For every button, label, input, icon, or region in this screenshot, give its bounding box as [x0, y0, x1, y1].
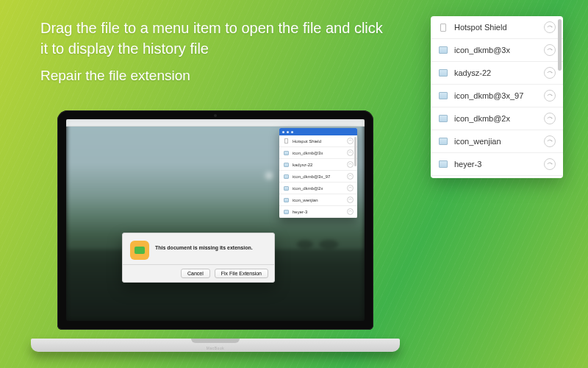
- list-item-label: icon_dkmb@3x: [289, 151, 347, 155]
- scrollbar[interactable]: [354, 137, 356, 166]
- list-item-label: icon_dkmb@3x_97: [289, 174, 347, 179]
- share-icon[interactable]: [347, 208, 354, 215]
- history-dropdown: Hotspot Shield icon_dkmb@3x kadysz-22 ic…: [279, 128, 357, 218]
- share-icon[interactable]: [347, 197, 354, 203]
- list-item-label: kadysz-22: [289, 163, 347, 167]
- list-item-label: Hotspot Shield: [448, 23, 544, 32]
- image-icon: [438, 115, 448, 122]
- fix-extension-button[interactable]: Fix File Extension: [215, 269, 268, 278]
- list-item-label: Hotspot Shield: [289, 139, 347, 144]
- list-item-label: icon_dkmb@2x: [448, 114, 544, 123]
- share-icon[interactable]: [347, 185, 354, 191]
- file-icon: [438, 24, 448, 32]
- list-item[interactable]: kadysz-22: [431, 62, 563, 85]
- share-icon[interactable]: [347, 138, 354, 144]
- history-panel: Hotspot Shield icon_dkmb@3x kadysz-22 ic…: [431, 16, 563, 178]
- dialog-message: This document is missing its extension.: [155, 241, 267, 250]
- list-item[interactable]: icon_wenjian: [279, 194, 357, 206]
- list-item-label: heyer-3: [289, 210, 347, 214]
- laptop-notch: [191, 339, 240, 343]
- image-icon: [283, 198, 289, 202]
- image-icon: [438, 69, 448, 77]
- file-icon: [283, 138, 289, 144]
- list-item[interactable]: icon_dkmb@2x: [279, 183, 357, 194]
- missing-extension-dialog: This document is missing its extension. …: [122, 233, 275, 283]
- list-item-label: kadysz-22: [448, 68, 544, 77]
- cancel-button[interactable]: Cancel: [181, 269, 210, 278]
- subheadline-text: Repair the file extension: [40, 66, 190, 85]
- share-icon[interactable]: [347, 161, 354, 168]
- list-item-label: icon_dkmb@3x_97: [448, 91, 544, 100]
- list-item[interactable]: icon_dkmb@3x: [431, 39, 563, 62]
- share-icon[interactable]: [544, 135, 556, 147]
- menubar[interactable]: [66, 119, 365, 127]
- list-item[interactable]: kadysz-22: [279, 159, 357, 171]
- list-item[interactable]: icon_dkmb@3x_97: [431, 85, 563, 107]
- image-icon: [283, 151, 289, 155]
- image-icon: [438, 46, 448, 54]
- list-item-label: icon_dkmb@3x: [448, 46, 544, 54]
- laptop-frame: This document is missing its extension. …: [57, 110, 373, 330]
- image-icon: [438, 160, 448, 168]
- image-icon: [438, 138, 448, 145]
- list-item[interactable]: icon_wenjian: [431, 130, 563, 153]
- list-item-label: icon_wenjian: [289, 198, 347, 202]
- list-item[interactable]: Hotspot Shield: [431, 16, 563, 39]
- share-icon[interactable]: [347, 173, 354, 180]
- image-icon: [283, 186, 289, 191]
- share-icon[interactable]: [544, 90, 556, 102]
- list-item[interactable]: icon_dkmb@3x_97: [279, 171, 357, 183]
- share-icon[interactable]: [544, 158, 556, 170]
- laptop-screen: This document is missing its extension. …: [66, 119, 365, 321]
- list-item[interactable]: icon_dkmb@3x: [279, 147, 357, 159]
- list-item[interactable]: heyer-3: [431, 153, 563, 176]
- list-item[interactable]: Hotspot Shield: [279, 135, 357, 147]
- headline-text: Drag the file to a menu item to open the…: [40, 18, 393, 59]
- scrollbar[interactable]: [558, 19, 562, 71]
- image-icon: [283, 210, 289, 214]
- image-icon: [438, 92, 448, 99]
- image-icon: [283, 174, 289, 179]
- laptop-mockup: This document is missing its extension. …: [31, 110, 400, 362]
- laptop-base: MacBook: [31, 339, 400, 352]
- dropdown-header[interactable]: [279, 128, 357, 135]
- image-icon: [283, 163, 289, 167]
- share-icon[interactable]: [544, 67, 556, 79]
- share-icon[interactable]: [347, 149, 354, 156]
- laptop-brand: MacBook: [207, 346, 224, 350]
- camera-icon: [214, 114, 217, 117]
- history-panel-scroll[interactable]: Hotspot Shield icon_dkmb@3x kadysz-22 ic…: [431, 16, 563, 178]
- share-icon[interactable]: [544, 44, 556, 56]
- list-item-label: heyer-3: [448, 160, 544, 169]
- list-item-label: icon_dkmb@2x: [289, 186, 347, 191]
- list-item[interactable]: heyer-3: [279, 206, 357, 218]
- share-icon[interactable]: [544, 113, 556, 124]
- share-icon[interactable]: [544, 21, 556, 33]
- list-item[interactable]: icon_dkmb@2x: [431, 107, 563, 130]
- list-item-label: icon_wenjian: [448, 137, 544, 146]
- app-icon: [130, 241, 149, 260]
